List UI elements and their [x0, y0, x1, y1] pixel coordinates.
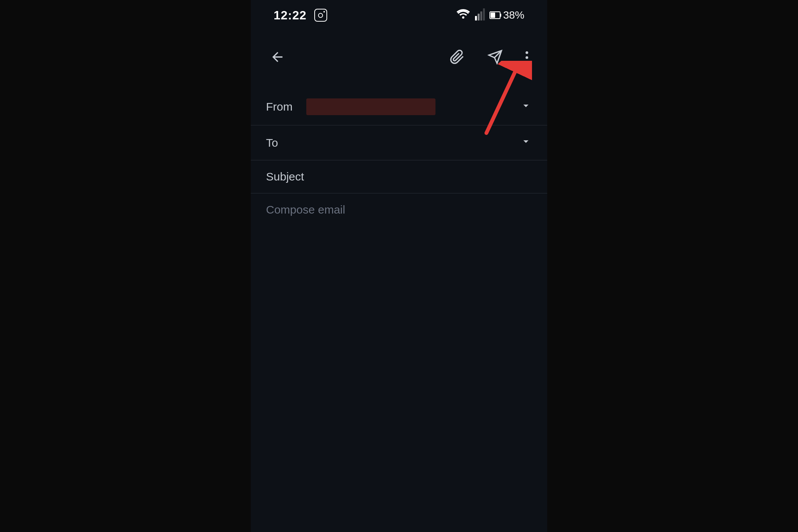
status-icons: 38%: [456, 8, 524, 22]
svg-rect-3: [483, 8, 485, 21]
from-label: From: [266, 100, 300, 113]
compose-body-area[interactable]: Compose email: [251, 193, 547, 226]
to-label: To: [266, 136, 300, 149]
svg-rect-2: [480, 11, 482, 21]
subject-field[interactable]: Subject: [251, 160, 547, 193]
svg-rect-1: [478, 14, 480, 21]
compose-toolbar: [251, 38, 547, 77]
instagram-icon: [314, 9, 327, 22]
compose-placeholder: Compose email: [266, 203, 345, 216]
battery-percentage: 38%: [503, 9, 524, 21]
dot-1: [526, 51, 528, 54]
to-field[interactable]: To: [251, 125, 547, 160]
battery-icon: 38%: [489, 9, 524, 21]
subject-label: Subject: [266, 170, 304, 183]
more-options-button[interactable]: [522, 48, 532, 68]
from-email-highlight: [306, 98, 435, 115]
from-value-area: [300, 98, 520, 115]
from-field[interactable]: From: [251, 89, 547, 125]
status-bar: 12:22: [251, 0, 547, 30]
to-chevron-icon[interactable]: [520, 135, 532, 150]
email-compose-screen: From To: [251, 30, 547, 532]
toolbar-actions: [446, 46, 532, 70]
wifi-icon: [456, 9, 470, 22]
send-button[interactable]: [484, 46, 507, 70]
from-chevron-icon[interactable]: [520, 100, 532, 114]
signal-icon: [475, 8, 485, 22]
dot-3: [526, 61, 528, 64]
dot-2: [526, 56, 528, 59]
svg-rect-0: [475, 16, 477, 21]
back-button[interactable]: [266, 46, 289, 70]
svg-rect-5: [500, 14, 501, 17]
svg-rect-6: [491, 13, 495, 18]
status-time: 12:22: [274, 8, 307, 22]
phone-screen: 12:22: [251, 0, 547, 532]
attach-button[interactable]: [446, 46, 469, 70]
